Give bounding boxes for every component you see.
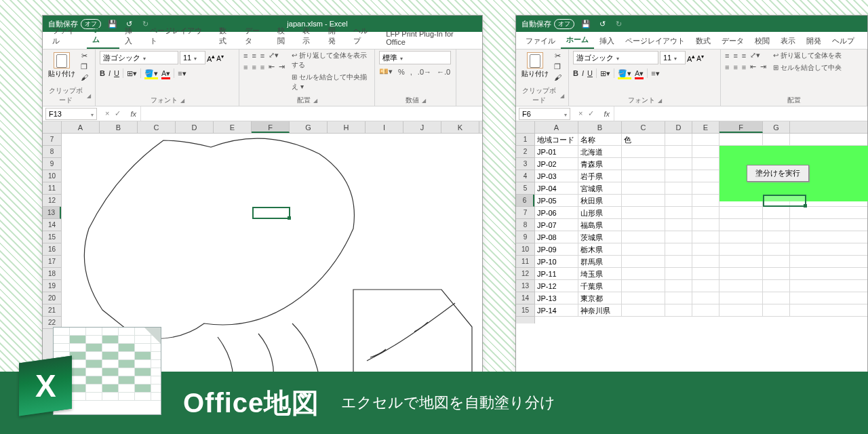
cell-D5[interactable] [665,182,692,194]
col-header-I[interactable]: I [366,121,403,133]
dialog-launcher-icon[interactable]: ◢ [658,98,662,104]
cell-G9[interactable] [763,231,790,243]
cell-C15[interactable] [622,304,665,316]
phonetic-button[interactable]: ≡▾ [651,69,659,78]
merge-center-button[interactable]: ⊞ セルを結合して中央揃え ▾ [292,73,370,92]
align-center-icon[interactable]: ≡ [252,63,256,71]
bold-button[interactable]: B [573,69,578,77]
cell-F11[interactable] [719,256,763,267]
phonetic-button[interactable]: ≡▾ [178,69,186,78]
row-header-11[interactable]: 11 [516,256,534,268]
cell-A6[interactable]: JP-05 [535,195,578,206]
cell-E13[interactable] [692,280,719,292]
col-header-H[interactable]: H [328,121,366,133]
cell-C1[interactable]: 色 [622,134,665,145]
font-color-button[interactable]: A▾ [161,69,170,78]
execute-fill-button[interactable]: 塗分けを実行 [747,165,809,182]
cell-F12[interactable] [719,268,763,279]
cell-C7[interactable] [622,207,665,218]
cell-C4[interactable] [622,170,665,182]
cell-F14[interactable] [719,292,763,304]
indent-increase-icon[interactable]: ⇥ [760,62,766,71]
cell-C2[interactable] [622,146,665,157]
cell-F1[interactable] [719,134,763,145]
dialog-launcher-icon[interactable]: ◢ [422,98,426,104]
cancel-icon[interactable]: × [578,109,583,118]
formula-input[interactable] [140,106,482,121]
dialog-launcher-icon[interactable]: ◢ [313,98,317,104]
border-button[interactable]: ⊞▾ [127,69,137,78]
currency-icon[interactable]: 💴▾ [379,67,393,76]
col-header-B[interactable]: B [100,121,138,133]
font-name-combo[interactable]: 游ゴシック [100,51,178,64]
table-row[interactable]: JP-10群馬県 [535,256,867,268]
row-header-13[interactable]: 13 [43,207,61,219]
orientation-icon[interactable]: ⤢▾ [750,51,760,60]
tab-挿入[interactable]: 挿入 [594,33,620,49]
cell-E11[interactable] [692,256,719,267]
row-header-1[interactable]: 1 [516,134,534,146]
cell-C10[interactable] [622,243,665,255]
cell-A8[interactable]: JP-07 [535,219,578,231]
cell-E2[interactable] [692,146,719,157]
border-button[interactable]: ⊞▾ [600,69,610,78]
col-header-C[interactable]: C [622,121,665,133]
col-header-D[interactable]: D [665,121,692,133]
align-right-icon[interactable]: ≡ [742,63,746,71]
cell-A1[interactable]: 地域コード [535,134,578,145]
cell-G11[interactable] [763,256,790,267]
cell-F8[interactable] [719,219,763,231]
merge-center-button[interactable]: ⊞ セルを結合して中央 [773,63,842,73]
table-row[interactable]: JP-06山形県 [535,207,867,219]
cell-F15[interactable] [719,304,763,316]
enter-icon[interactable]: ✓ [115,109,121,118]
dialog-launcher-icon[interactable]: ◢ [180,98,184,104]
cell-E15[interactable] [692,304,719,316]
row-header-2[interactable]: 2 [516,146,534,158]
tab-数式[interactable]: 数式 [690,33,716,49]
formula-input[interactable] [614,106,867,121]
cell-C14[interactable] [622,292,665,304]
dialog-launcher-icon[interactable]: ◢ [87,93,91,99]
active-cell[interactable] [763,195,806,207]
tab-開発[interactable]: 開発 [801,33,827,49]
cell-C9[interactable] [622,231,665,243]
cell-B4[interactable]: 岩手県 [578,170,622,182]
cell-B8[interactable]: 福島県 [578,219,622,231]
indent-decrease-icon[interactable]: ⇤ [750,62,756,71]
cell-D10[interactable] [665,243,692,255]
cell-G15[interactable] [763,304,790,316]
table-row[interactable]: JP-14神奈川県 [535,304,867,317]
cell-E10[interactable] [692,243,719,255]
cell-D12[interactable] [665,268,692,279]
number-format-combo[interactable]: 標準 [379,51,451,64]
tab-数式[interactable]: 数式 [214,23,239,49]
cell-D7[interactable] [665,207,692,218]
cell-B14[interactable]: 東京都 [578,292,622,304]
save-icon[interactable]: 💾 [581,19,591,28]
tab-データ[interactable]: データ [239,23,272,49]
tab-校閲[interactable]: 校閲 [749,33,775,49]
cell-A7[interactable]: JP-06 [535,207,578,218]
cell-D4[interactable] [665,170,692,182]
tab-ファイル[interactable]: ファイル [520,33,561,49]
dialog-launcher-icon[interactable]: ◢ [560,93,564,99]
table-row[interactable]: JP-12千葉県 [535,280,867,292]
align-left-icon[interactable]: ≡ [725,63,729,71]
cell-G1[interactable] [763,134,790,145]
cell-E8[interactable] [692,219,719,231]
copy-icon[interactable]: ❐ [79,62,89,71]
cell-F9[interactable] [719,231,763,243]
cell-E9[interactable] [692,231,719,243]
undo-icon[interactable]: ↺ [597,19,607,28]
cell-B2[interactable]: 北海道 [578,146,622,157]
col-header-D[interactable]: D [176,121,214,133]
row-header-10[interactable]: 10 [516,243,534,256]
font-size-combo[interactable]: 11 [180,51,205,64]
select-all-corner[interactable] [43,121,62,133]
cell-A15[interactable]: JP-14 [535,304,578,316]
tab-表示[interactable]: 表示 [297,23,322,49]
bold-button[interactable]: B [100,69,105,77]
name-box[interactable]: F13 [45,108,97,120]
tab-ホーム[interactable]: ホーム [561,32,594,49]
